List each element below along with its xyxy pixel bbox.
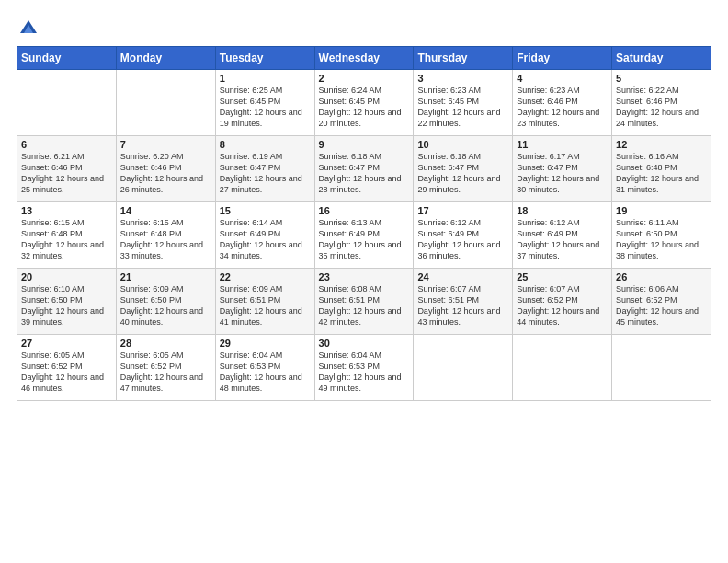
calendar-header-row: SundayMondayTuesdayWednesdayThursdayFrid… [17, 47, 711, 70]
calendar-cell: 11Sunrise: 6:17 AM Sunset: 6:47 PM Dayli… [513, 136, 612, 202]
day-info: Sunrise: 6:07 AM Sunset: 6:52 PM Dayligh… [517, 283, 608, 328]
day-number: 21 [120, 271, 211, 282]
logo-icon [18, 17, 39, 37]
day-number: 24 [417, 271, 508, 282]
day-info: Sunrise: 6:17 AM Sunset: 6:47 PM Dayligh… [517, 151, 608, 196]
day-info: Sunrise: 6:20 AM Sunset: 6:46 PM Dayligh… [120, 151, 211, 196]
day-number: 30 [319, 338, 410, 349]
day-number: 27 [21, 338, 112, 349]
calendar-cell: 13Sunrise: 6:15 AM Sunset: 6:48 PM Dayli… [17, 202, 117, 269]
day-info: Sunrise: 6:07 AM Sunset: 6:51 PM Dayligh… [417, 283, 508, 328]
day-number: 13 [21, 205, 112, 216]
weekday-header-tuesday: Tuesday [215, 47, 314, 70]
calendar-cell: 25Sunrise: 6:07 AM Sunset: 6:52 PM Dayli… [513, 269, 612, 335]
day-number: 5 [616, 73, 707, 84]
day-number: 20 [21, 271, 112, 282]
day-number: 28 [120, 338, 211, 349]
calendar-week-row: 13Sunrise: 6:15 AM Sunset: 6:48 PM Dayli… [17, 202, 711, 269]
day-number: 19 [616, 205, 707, 216]
calendar-week-row: 20Sunrise: 6:10 AM Sunset: 6:50 PM Dayli… [17, 269, 711, 335]
calendar-week-row: 1Sunrise: 6:25 AM Sunset: 6:45 PM Daylig… [17, 70, 711, 136]
calendar-cell [17, 70, 117, 136]
day-number: 1 [220, 73, 311, 84]
day-info: Sunrise: 6:08 AM Sunset: 6:51 PM Dayligh… [319, 283, 410, 328]
day-info: Sunrise: 6:19 AM Sunset: 6:47 PM Dayligh… [220, 151, 311, 196]
day-info: Sunrise: 6:10 AM Sunset: 6:50 PM Dayligh… [21, 283, 112, 328]
calendar-cell: 16Sunrise: 6:13 AM Sunset: 6:49 PM Dayli… [314, 202, 414, 269]
day-info: Sunrise: 6:13 AM Sunset: 6:49 PM Dayligh… [319, 217, 410, 262]
day-number: 26 [616, 271, 707, 282]
weekday-header-sunday: Sunday [17, 47, 117, 70]
calendar-cell: 12Sunrise: 6:16 AM Sunset: 6:48 PM Dayli… [612, 136, 711, 202]
day-info: Sunrise: 6:21 AM Sunset: 6:46 PM Dayligh… [21, 151, 112, 196]
logo [17, 17, 39, 37]
weekday-header-friday: Friday [513, 47, 612, 70]
day-info: Sunrise: 6:12 AM Sunset: 6:49 PM Dayligh… [517, 217, 608, 262]
calendar-cell: 30Sunrise: 6:04 AM Sunset: 6:53 PM Dayli… [314, 335, 414, 401]
day-info: Sunrise: 6:11 AM Sunset: 6:50 PM Dayligh… [616, 217, 707, 262]
day-number: 12 [616, 139, 707, 150]
weekday-header-wednesday: Wednesday [314, 47, 414, 70]
day-info: Sunrise: 6:09 AM Sunset: 6:51 PM Dayligh… [220, 283, 311, 328]
day-info: Sunrise: 6:18 AM Sunset: 6:47 PM Dayligh… [319, 151, 410, 196]
day-number: 10 [417, 139, 508, 150]
calendar-cell: 26Sunrise: 6:06 AM Sunset: 6:52 PM Dayli… [612, 269, 711, 335]
calendar-cell: 6Sunrise: 6:21 AM Sunset: 6:46 PM Daylig… [17, 136, 117, 202]
calendar-cell: 22Sunrise: 6:09 AM Sunset: 6:51 PM Dayli… [215, 269, 314, 335]
day-number: 25 [517, 271, 608, 282]
calendar-cell [414, 335, 513, 401]
calendar-cell: 20Sunrise: 6:10 AM Sunset: 6:50 PM Dayli… [17, 269, 117, 335]
day-number: 7 [120, 139, 211, 150]
calendar-cell: 19Sunrise: 6:11 AM Sunset: 6:50 PM Dayli… [612, 202, 711, 269]
day-number: 29 [220, 338, 311, 349]
day-info: Sunrise: 6:22 AM Sunset: 6:46 PM Dayligh… [616, 85, 707, 130]
day-info: Sunrise: 6:23 AM Sunset: 6:45 PM Dayligh… [417, 85, 508, 130]
calendar-table: SundayMondayTuesdayWednesdayThursdayFrid… [17, 46, 711, 401]
day-number: 17 [417, 205, 508, 216]
day-number: 3 [417, 73, 508, 84]
day-info: Sunrise: 6:14 AM Sunset: 6:49 PM Dayligh… [220, 217, 311, 262]
weekday-header-thursday: Thursday [414, 47, 513, 70]
calendar-cell: 3Sunrise: 6:23 AM Sunset: 6:45 PM Daylig… [414, 70, 513, 136]
day-info: Sunrise: 6:04 AM Sunset: 6:53 PM Dayligh… [220, 350, 311, 395]
day-info: Sunrise: 6:09 AM Sunset: 6:50 PM Dayligh… [120, 283, 211, 328]
day-info: Sunrise: 6:12 AM Sunset: 6:49 PM Dayligh… [417, 217, 508, 262]
day-number: 14 [120, 205, 211, 216]
day-number: 22 [220, 271, 311, 282]
calendar-cell: 28Sunrise: 6:05 AM Sunset: 6:52 PM Dayli… [116, 335, 215, 401]
day-info: Sunrise: 6:04 AM Sunset: 6:53 PM Dayligh… [319, 350, 410, 395]
calendar-cell: 2Sunrise: 6:24 AM Sunset: 6:45 PM Daylig… [314, 70, 414, 136]
calendar-cell: 27Sunrise: 6:05 AM Sunset: 6:52 PM Dayli… [17, 335, 117, 401]
day-number: 6 [21, 139, 112, 150]
header [17, 17, 711, 37]
day-number: 9 [319, 139, 410, 150]
day-number: 18 [517, 205, 608, 216]
calendar-cell [513, 335, 612, 401]
day-info: Sunrise: 6:06 AM Sunset: 6:52 PM Dayligh… [616, 283, 707, 328]
calendar-cell: 21Sunrise: 6:09 AM Sunset: 6:50 PM Dayli… [116, 269, 215, 335]
calendar-cell: 14Sunrise: 6:15 AM Sunset: 6:48 PM Dayli… [116, 202, 215, 269]
calendar-cell: 24Sunrise: 6:07 AM Sunset: 6:51 PM Dayli… [414, 269, 513, 335]
day-info: Sunrise: 6:25 AM Sunset: 6:45 PM Dayligh… [220, 85, 311, 130]
day-number: 2 [319, 73, 410, 84]
weekday-header-monday: Monday [116, 47, 215, 70]
calendar-cell: 17Sunrise: 6:12 AM Sunset: 6:49 PM Dayli… [414, 202, 513, 269]
calendar-cell: 8Sunrise: 6:19 AM Sunset: 6:47 PM Daylig… [215, 136, 314, 202]
day-number: 23 [319, 271, 410, 282]
calendar-cell: 29Sunrise: 6:04 AM Sunset: 6:53 PM Dayli… [215, 335, 314, 401]
calendar-cell [116, 70, 215, 136]
day-info: Sunrise: 6:18 AM Sunset: 6:47 PM Dayligh… [417, 151, 508, 196]
calendar-cell: 7Sunrise: 6:20 AM Sunset: 6:46 PM Daylig… [116, 136, 215, 202]
calendar-cell: 10Sunrise: 6:18 AM Sunset: 6:47 PM Dayli… [414, 136, 513, 202]
day-info: Sunrise: 6:23 AM Sunset: 6:46 PM Dayligh… [517, 85, 608, 130]
day-number: 15 [220, 205, 311, 216]
day-info: Sunrise: 6:05 AM Sunset: 6:52 PM Dayligh… [120, 350, 211, 395]
day-info: Sunrise: 6:05 AM Sunset: 6:52 PM Dayligh… [21, 350, 112, 395]
calendar-cell: 18Sunrise: 6:12 AM Sunset: 6:49 PM Dayli… [513, 202, 612, 269]
day-number: 16 [319, 205, 410, 216]
day-number: 8 [220, 139, 311, 150]
day-info: Sunrise: 6:15 AM Sunset: 6:48 PM Dayligh… [21, 217, 112, 262]
weekday-header-saturday: Saturday [612, 47, 711, 70]
calendar-cell: 23Sunrise: 6:08 AM Sunset: 6:51 PM Dayli… [314, 269, 414, 335]
calendar-week-row: 6Sunrise: 6:21 AM Sunset: 6:46 PM Daylig… [17, 136, 711, 202]
